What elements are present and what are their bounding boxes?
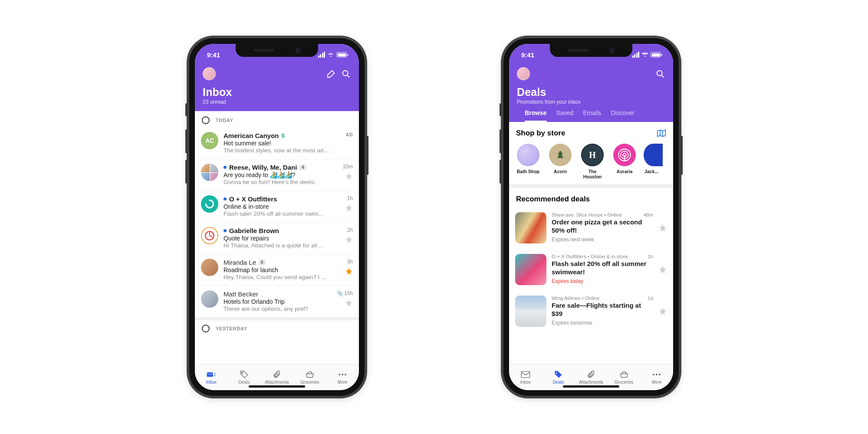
attachments-icon (272, 370, 282, 379)
svg-point-5 (339, 374, 340, 375)
tab-label: Deals (239, 380, 250, 385)
inbox-list[interactable]: TODAY AC American Canyon $ Hot summer sa… (195, 111, 359, 364)
svg-point-16 (653, 374, 654, 375)
compose-icon[interactable] (326, 69, 336, 79)
mail-subject: Roadmap for launch (224, 266, 330, 273)
mail-sender: Reese, Willy, Me, Dani (229, 164, 297, 171)
tab-more[interactable]: More (326, 365, 359, 390)
unread-dot (224, 229, 227, 232)
star-icon[interactable] (345, 172, 353, 180)
svg-point-4 (242, 372, 243, 374)
select-all-toggle[interactable] (202, 116, 210, 124)
search-icon[interactable] (655, 69, 665, 79)
page-title: Inbox (203, 86, 351, 99)
tab-label: More (652, 380, 662, 385)
mail-row[interactable]: O + X Outfitters Online & in-store Flash… (195, 191, 359, 223)
section-title: Recommended deals (516, 195, 666, 204)
svg-point-8 (657, 71, 662, 76)
tab-label: Groceries (300, 380, 319, 385)
store-name: Jack... (644, 169, 658, 174)
star-icon[interactable] (345, 204, 353, 212)
select-all-toggle[interactable] (202, 325, 210, 332)
groceries-icon (619, 370, 629, 379)
mail-time: 📎15h (337, 290, 353, 296)
star-icon[interactable] (658, 307, 667, 316)
store-item[interactable]: H The Houston (579, 144, 606, 179)
svg-point-17 (656, 374, 658, 375)
mail-avatar (201, 290, 218, 308)
wifi-icon (641, 52, 648, 57)
store-item[interactable]: Bath Shop (514, 144, 542, 179)
profile-avatar[interactable] (203, 67, 216, 80)
deal-time: 1h (648, 254, 653, 259)
page-subtitle: Promotions from your inbox (517, 99, 665, 105)
mail-time: 1h (347, 195, 353, 201)
store-item[interactable]: Auraria (611, 144, 638, 179)
deal-row[interactable]: Shaw ave. Slice House • Online 48m Order… (509, 207, 673, 249)
mail-row[interactable]: Gabrielle Brown Quote for repairs Hi Tha… (195, 223, 359, 254)
ad-row[interactable]: AC American Canyon $ Hot summer sale! Th… (195, 128, 359, 159)
mail-sender: Matt Becker (224, 290, 258, 298)
divider (509, 184, 673, 188)
store-item[interactable]: Acorn (546, 144, 574, 179)
deal-image (515, 212, 546, 243)
ad-sender: American Canyon (224, 132, 279, 139)
status-time: 9:41 (207, 51, 220, 59)
notch (236, 44, 318, 57)
groceries-icon (305, 370, 315, 379)
star-icon[interactable] (658, 224, 667, 232)
section-label: YESTERDAY (216, 326, 247, 331)
star-icon[interactable] (345, 236, 353, 243)
battery-icon (336, 52, 347, 57)
store-row[interactable]: Bath Shop Acorn H The Houston Auraria Ja… (509, 141, 673, 184)
search-icon[interactable] (341, 69, 351, 79)
star-icon[interactable] (658, 265, 667, 274)
mail-preview: Hi Thaisa, Attached is a quote for all .… (224, 242, 330, 249)
deal-row[interactable]: O + X Outfitters • Online & in-store 1h … (509, 249, 673, 290)
deal-source: O + X Outfitters • Online & in-store (552, 254, 628, 259)
tab-inbox[interactable]: Inbox (509, 365, 542, 390)
tab-saved[interactable]: Saved (556, 109, 574, 122)
mail-time: 2h (347, 227, 353, 233)
mail-subject: Online & in-store (224, 203, 330, 210)
section-title: Shop by store (516, 129, 657, 138)
deals-icon (239, 370, 249, 379)
svg-point-18 (659, 374, 661, 375)
mail-avatar (201, 195, 218, 213)
tab-more[interactable]: More (640, 365, 673, 390)
star-icon[interactable] (345, 267, 353, 275)
deals-content[interactable]: Shop by store Bath Shop Acorn H The Hous… (509, 122, 673, 364)
mail-row[interactable]: Miranda Le 6 Roadmap for launch Hey Thai… (195, 254, 359, 286)
tab-emails[interactable]: Emails (583, 109, 601, 122)
status-time: 9:41 (521, 51, 534, 59)
unread-count: 23 unread (203, 99, 351, 105)
svg-point-7 (345, 374, 346, 375)
dollar-icon: $ (282, 132, 285, 139)
section-yesterday: YESTERDAY (195, 320, 359, 333)
map-icon[interactable] (657, 129, 666, 138)
profile-avatar[interactable] (517, 67, 530, 80)
attachments-icon (586, 370, 596, 379)
mail-subject: Are you ready to 🏄🏄🏄? (224, 171, 330, 178)
svg-line-9 (662, 76, 664, 78)
tab-browse[interactable]: Browse (525, 109, 547, 122)
inbox-icon (521, 370, 530, 379)
notch (550, 44, 632, 57)
thread-count: 4 (299, 164, 306, 170)
mail-row[interactable]: Matt Becker Hotels for Orlando Trip Thes… (195, 286, 359, 318)
deal-image (515, 254, 546, 285)
svg-rect-3 (207, 372, 213, 377)
mail-row[interactable]: Reese, Willy, Me, Dani 4 Are you ready t… (195, 159, 359, 191)
deal-source: Shaw ave. Slice House • Online (552, 212, 622, 217)
tab-inbox[interactable]: Inbox (195, 365, 228, 390)
deal-row[interactable]: Wing Airlines • Online 1d Fare sale—Flig… (509, 290, 673, 332)
star-icon[interactable] (345, 299, 353, 307)
ad-tag: AD (346, 132, 353, 137)
tab-label: Attachments (265, 380, 289, 385)
shop-by-store-header: Shop by store (509, 122, 673, 141)
svg-point-6 (342, 374, 343, 375)
deals-tabs: Browse Saved Emails Discover (517, 105, 665, 122)
recommended-header: Recommended deals (509, 188, 673, 207)
tab-discover[interactable]: Discover (611, 109, 634, 122)
store-item[interactable]: Jack... (643, 144, 660, 179)
